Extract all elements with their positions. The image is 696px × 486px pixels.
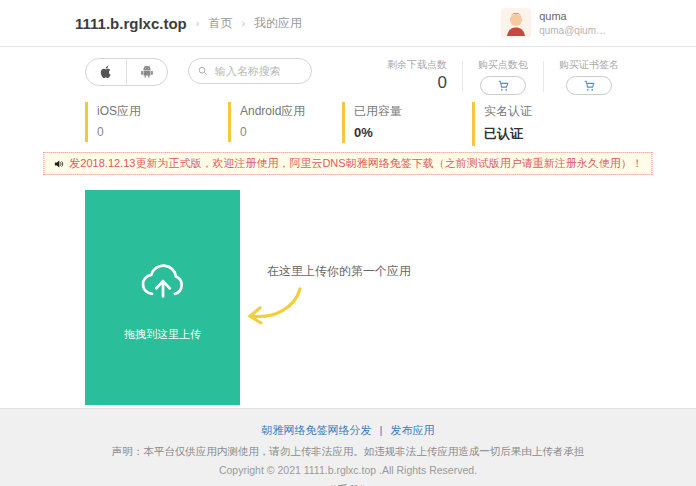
user-email: quma@qium… bbox=[539, 24, 606, 38]
cart-icon bbox=[583, 79, 596, 92]
remaining-points: 剩余下载点数 0 bbox=[372, 58, 462, 95]
avatar-image bbox=[501, 8, 531, 38]
user-meta: quma quma@qium… bbox=[539, 9, 606, 37]
breadcrumb-home[interactable]: 首页 bbox=[208, 15, 232, 32]
search-icon bbox=[198, 65, 208, 77]
page: 1111.b.rglxc.top › 首页 › 我的应用 quma quma@q… bbox=[0, 0, 696, 486]
ios-filter-button[interactable] bbox=[86, 59, 126, 85]
cloud-upload-icon bbox=[134, 253, 192, 311]
stat-label: 已用容量 bbox=[354, 103, 402, 120]
stat-ios-apps: iOS应用 0 bbox=[85, 102, 141, 142]
footer: 朝雅网络免签网络分发 | 发布应用 声明：本平台仅供应用内测使用，请勿上传非法应… bbox=[0, 408, 696, 486]
footer-copyright: Copyright © 2021 1111.b.rglxc.top .All R… bbox=[0, 464, 696, 476]
remaining-points-value: 0 bbox=[438, 73, 447, 93]
stat-label: 实名认证 bbox=[484, 103, 532, 120]
user-avatar bbox=[501, 8, 531, 38]
breadcrumb: 1111.b.rglxc.top › 首页 › 我的应用 bbox=[75, 15, 302, 32]
platform-toggle bbox=[85, 58, 168, 86]
buy-points-block: 购买点数包 bbox=[463, 58, 543, 95]
toolbar: 剩余下载点数 0 购买点数包 购买证书签名 bbox=[85, 58, 634, 95]
cart-icon bbox=[497, 79, 510, 92]
upload-dropzone[interactable]: 拖拽到这里上传 bbox=[85, 190, 240, 405]
footer-links: 朝雅网络免签网络分发 | 发布应用 bbox=[0, 423, 696, 438]
search-box[interactable] bbox=[188, 58, 312, 84]
stat-value: 0 bbox=[240, 125, 305, 139]
remaining-points-label: 剩余下载点数 bbox=[387, 58, 447, 72]
buy-cert-button[interactable] bbox=[566, 76, 612, 95]
announcement-text: 发2018.12.13更新为正式版，欢迎注册使用，阿里云DNS朝雅网络免签下载（… bbox=[69, 156, 642, 171]
buy-cert-label: 购买证书签名 bbox=[559, 58, 619, 72]
speaker-icon bbox=[53, 158, 65, 170]
header: 1111.b.rglxc.top › 首页 › 我的应用 quma quma@q… bbox=[0, 0, 696, 47]
buy-points-label: 购买点数包 bbox=[478, 58, 528, 72]
site-domain: 1111.b.rglxc.top bbox=[75, 15, 187, 32]
android-filter-button[interactable] bbox=[126, 59, 167, 85]
footer-link-publish[interactable]: 发布应用 bbox=[390, 424, 434, 436]
footer-link-separator: | bbox=[380, 424, 383, 436]
upload-dropzone-label: 拖拽到这里上传 bbox=[124, 327, 201, 342]
stat-used-storage: 已用容量 0% bbox=[342, 102, 402, 143]
buy-points-button[interactable] bbox=[480, 76, 526, 95]
stat-value: 0% bbox=[354, 125, 402, 140]
stat-android-apps: Android应用 0 bbox=[228, 102, 305, 142]
stat-value: 0 bbox=[97, 125, 141, 139]
upload-hint-text: 在这里上传你的第一个应用 bbox=[267, 263, 411, 280]
stat-label: iOS应用 bbox=[97, 103, 141, 120]
search-input[interactable] bbox=[213, 64, 302, 78]
apple-icon bbox=[99, 65, 113, 79]
curved-arrow-icon bbox=[243, 283, 305, 335]
footer-link-network[interactable]: 朝雅网络免签网络分发 bbox=[262, 424, 372, 436]
announcement-bar: 发2018.12.13更新为正式版，欢迎注册使用，阿里云DNS朝雅网络免签下载（… bbox=[43, 152, 652, 175]
breadcrumb-separator: › bbox=[241, 17, 245, 29]
android-icon bbox=[140, 65, 154, 79]
top-stats: 剩余下载点数 0 购买点数包 购买证书签名 bbox=[372, 58, 634, 95]
stat-value: 已认证 bbox=[484, 125, 532, 143]
stat-real-name-auth: 实名认证 已认证 bbox=[472, 102, 532, 146]
user-name: quma bbox=[539, 9, 606, 24]
breadcrumb-my-apps[interactable]: 我的应用 bbox=[254, 15, 302, 32]
breadcrumb-separator: › bbox=[196, 17, 200, 29]
user-menu[interactable]: quma quma@qium… bbox=[501, 8, 606, 38]
buy-cert-block: 购买证书签名 bbox=[544, 58, 634, 95]
stat-label: Android应用 bbox=[240, 103, 305, 120]
footer-disclaimer: 声明：本平台仅供应用内测使用，请勿上传非法应用。如违规非法上传应用造成一切后果由… bbox=[0, 445, 696, 459]
